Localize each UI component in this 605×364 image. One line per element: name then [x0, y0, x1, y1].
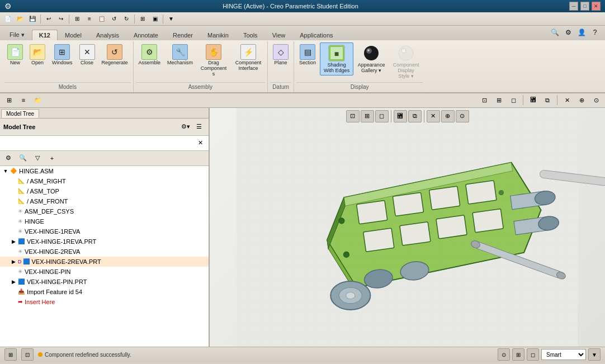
filter-toggle-btn[interactable]: ▽	[31, 152, 44, 164]
vp-cross-section[interactable]: ✕	[427, 110, 440, 122]
vp-display-mode[interactable]: ⧉	[408, 110, 422, 122]
center-gravity-btn[interactable]: ⊕	[575, 94, 588, 106]
save-button[interactable]: 💾	[27, 13, 38, 25]
tree-item-vex-2reva-prt[interactable]: ▶ D 🟦 VEX-HINGE-2REVA.PRT	[0, 257, 209, 267]
qa-extra-4[interactable]: ↺	[108, 13, 120, 25]
view-3d-btn[interactable]: ◻	[507, 94, 520, 106]
vp-center-gravity[interactable]: ⊕	[441, 110, 455, 122]
undo-button[interactable]: ↩	[43, 13, 54, 25]
add-filter-btn[interactable]: +	[46, 152, 58, 164]
tree-item-vex-1reva-prt[interactable]: ▶ 🟦 VEX-HINGE-1REVA.PRT	[0, 237, 209, 247]
tree-item-insert-here[interactable]: ➡ Insert Here	[0, 297, 209, 307]
tab-file[interactable]: File ▾	[2, 29, 32, 40]
tree-item-asm-right[interactable]: 📐 / ASM_RIGHT	[0, 176, 209, 186]
saved-orient-btn[interactable]: ⊡	[478, 94, 491, 106]
svg-point-5	[367, 49, 370, 51]
tree-item-import-feature[interactable]: 📥 Import Feature id 54	[0, 287, 209, 297]
qa-extra-6[interactable]: ⊞	[137, 13, 148, 25]
sep-view2[interactable]: ⧉	[541, 94, 554, 106]
windows-button[interactable]: ⊞ Windows	[49, 42, 75, 68]
tree-item-vex-2reva[interactable]: ✳ VEX-HINGE-2REVA	[0, 247, 209, 257]
vp-annotations[interactable]: ⊙	[456, 110, 469, 122]
expand-hinge-asm[interactable]: ▼	[2, 168, 9, 174]
search-clear-btn[interactable]: ✕	[194, 137, 206, 149]
tree-item-asm-front[interactable]: 📐 / ASM_FRONT	[0, 196, 209, 206]
tree-item-vex-1reva[interactable]: ✳ VEX-HINGE-1REVA	[0, 226, 209, 237]
status-snap-btn[interactable]: ⊙	[498, 348, 510, 361]
tree-item-vex-pin[interactable]: ✳ VEX-HINGE-PIN	[0, 267, 209, 277]
mechanism-button[interactable]: 🔧 Mechanism	[164, 42, 196, 68]
drag-components-button[interactable]: ✋ Drag Components	[197, 42, 230, 79]
status-icon-2[interactable]: ⊡	[21, 348, 34, 361]
open-button[interactable]: 📂 Open	[27, 42, 48, 68]
cross-section-btn[interactable]: ✕	[560, 94, 574, 106]
view-detail-btn[interactable]: 📁	[31, 94, 45, 106]
expand-2reva-prt[interactable]: ▶	[10, 259, 17, 264]
tab-applications[interactable]: Applications	[292, 30, 340, 40]
assemble-button[interactable]: ⚙ Assemble	[136, 42, 164, 68]
svg-rect-12	[357, 200, 387, 224]
qa-extra-2[interactable]: ≡	[84, 13, 95, 25]
open-file-button[interactable]: 📂	[15, 13, 26, 25]
new-file-button[interactable]: 📄	[2, 13, 13, 25]
status-expand-btn[interactable]: ▼	[588, 348, 601, 361]
close-button-ribbon[interactable]: ✕ Close	[77, 42, 98, 68]
view-layers-btn[interactable]: ≡	[17, 94, 30, 106]
tree-item-asm-def-csys[interactable]: ✳ ASM_DEF_CSYS	[0, 206, 209, 216]
ribbon-settings-button[interactable]: ⚙	[563, 27, 574, 38]
vp-orient-mode[interactable]: ⊞	[361, 110, 374, 122]
qa-extra-7[interactable]: ▣	[149, 13, 160, 25]
smart-select[interactable]: Smart Geometry Feature Quilt Datum Edge …	[541, 349, 586, 360]
vp-saved-orient[interactable]: ⊡	[346, 110, 360, 122]
qa-extra-5[interactable]: ↻	[121, 13, 132, 25]
plane-button[interactable]: ◇ Plane	[270, 42, 291, 68]
regenerate-button[interactable]: ↺ Regenerate	[99, 42, 131, 68]
expand-pin-prt[interactable]: ▶	[10, 279, 17, 285]
maximize-button[interactable]: □	[580, 2, 589, 11]
viewport[interactable]: ⊡ ⊞ ◻ ꟛ ⧉ ✕ ⊕ ⊙	[210, 108, 605, 347]
status-icon-1[interactable]: ⊞	[4, 348, 17, 361]
minimize-button[interactable]: ─	[569, 2, 578, 11]
close-button[interactable]: ✕	[592, 2, 601, 11]
redo-button[interactable]: ↪	[55, 13, 67, 25]
tab-annotate[interactable]: Annotate	[126, 30, 166, 40]
component-display-style-button[interactable]: Component Display Style ▾	[389, 42, 423, 81]
tree-item-asm-top[interactable]: 📐 / ASM_TOP	[0, 186, 209, 196]
tab-view[interactable]: View	[265, 30, 293, 40]
qa-extra-1[interactable]: ⊞	[72, 13, 83, 25]
component-interface-button[interactable]: ⚡ Component Interface	[231, 42, 265, 73]
model-tree-menu-btn[interactable]: ☰	[193, 121, 205, 133]
status-grid-btn[interactable]: ⊞	[512, 348, 524, 361]
tab-analysis[interactable]: Analysis	[89, 30, 126, 40]
model-tree-settings-btn[interactable]: ⚙▾	[179, 121, 192, 133]
vp-text-style[interactable]: ꟛ	[394, 110, 407, 122]
orient-mode-btn[interactable]: ⊞	[492, 94, 505, 106]
ribbon-user-button[interactable]: 👤	[576, 27, 587, 38]
shading-edges-button[interactable]: ■ Shading With Edges	[320, 42, 353, 75]
view-tree-btn[interactable]: ⊞	[2, 94, 16, 106]
qa-extra-3[interactable]: 📋	[96, 13, 107, 25]
tab-model[interactable]: Model	[58, 30, 89, 40]
qa-customize[interactable]: ▼	[166, 13, 177, 25]
text-style-btn[interactable]: ꟛ	[526, 94, 540, 106]
tab-render[interactable]: Render	[166, 30, 200, 40]
status-display-btn[interactable]: ◻	[527, 348, 539, 361]
tree-item-hinge-asm[interactable]: ▼ 🔶 HINGE.ASM	[0, 166, 209, 176]
expand-1reva-prt[interactable]: ▶	[10, 239, 17, 244]
new-button[interactable]: 📄 New	[4, 42, 26, 68]
section-button[interactable]: ▤ Section	[296, 42, 319, 68]
ribbon-search-button[interactable]: 🔍	[549, 27, 560, 38]
tree-item-hinge[interactable]: ✳ HINGE	[0, 216, 209, 226]
tab-k12[interactable]: K12	[32, 30, 58, 40]
vp-3d-view[interactable]: ◻	[375, 110, 389, 122]
model-tree-filter-btn[interactable]: 🔍	[17, 152, 29, 164]
tree-item-vex-pin-prt[interactable]: ▶ 🟦 VEX-HINGE-PIN.PRT	[0, 277, 209, 287]
tab-tools[interactable]: Tools	[236, 30, 265, 40]
tab-manikin[interactable]: Manikin	[200, 30, 236, 40]
filter-settings-btn[interactable]: ⚙	[2, 152, 15, 164]
annotations-btn[interactable]: ⊙	[589, 94, 603, 106]
model-tree-search-input[interactable]	[2, 140, 192, 146]
ribbon-help-button[interactable]: ?	[589, 27, 601, 38]
model-tree-tab[interactable]: Model Tree	[1, 109, 39, 118]
appearance-gallery-button[interactable]: Appearance Gallery ▾	[355, 42, 388, 75]
